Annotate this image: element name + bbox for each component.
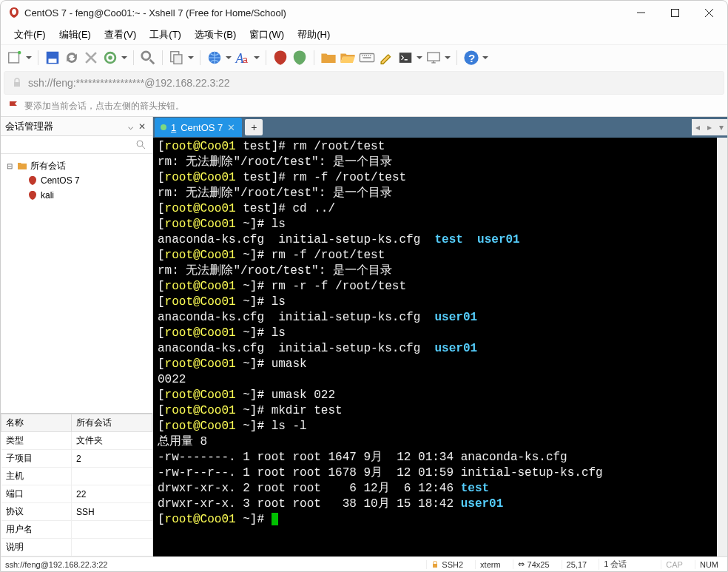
tool-bar: Aa ?	[1, 45, 727, 70]
help-icon[interactable]: ?	[463, 50, 479, 66]
tab-menu-icon[interactable]: ▾	[715, 119, 727, 135]
svg-rect-14	[428, 53, 440, 61]
properties-icon[interactable]	[102, 50, 118, 66]
tab-label: CentOS 7	[181, 122, 223, 133]
dropdown-icon[interactable]	[417, 56, 422, 60]
tree-root[interactable]: ⊟ 所有会话	[4, 158, 149, 173]
lock-icon	[12, 78, 22, 88]
window-title: CentOS 7 - feng@Coo01:~ - Xshell 7 (Free…	[24, 7, 624, 18]
tab-next-icon[interactable]: ▸	[704, 119, 715, 135]
address-bar[interactable]: ssh://feng:*****************@192.168.22.…	[4, 71, 724, 95]
props-key: 用户名	[1, 521, 72, 539]
svg-rect-19	[433, 564, 437, 568]
tab-close-icon[interactable]: ✕	[227, 122, 236, 133]
dropdown-icon[interactable]	[188, 56, 194, 60]
new-session-icon[interactable]	[7, 50, 23, 66]
highlight-icon[interactable]	[378, 50, 394, 66]
menu-tabs[interactable]: 选项卡(B)	[189, 25, 242, 44]
props-row: 类型文件夹	[1, 432, 152, 450]
collapse-icon[interactable]: ⊟	[7, 162, 14, 170]
tab-prev-icon[interactable]: ◂	[692, 119, 704, 135]
svg-rect-3	[49, 58, 57, 63]
status-ssh: SSH2	[426, 560, 468, 569]
whirl-red-icon[interactable]	[272, 50, 289, 66]
new-tab-button[interactable]: +	[245, 119, 263, 135]
status-term: xterm	[475, 560, 505, 569]
content-area: 1 CentOS 7 ✕ + ◂ ▸ ▾ [root@Coo01 test]# …	[153, 117, 727, 556]
folder-open-icon[interactable]	[340, 50, 356, 66]
props-row: 端口22	[1, 485, 152, 503]
terminal[interactable]: [root@Coo01 test]# rm /root/testrm: 无法删除…	[153, 138, 717, 556]
hint-bar: 要添加当前会话，点击左侧的箭头按钮。	[1, 95, 727, 116]
dropdown-icon[interactable]	[121, 56, 127, 60]
tab-centos[interactable]: 1 CentOS 7 ✕	[155, 118, 242, 137]
flag-icon	[8, 100, 20, 112]
minimize-button[interactable]	[624, 1, 658, 24]
globe-icon[interactable]	[206, 50, 223, 66]
session-icon	[27, 175, 38, 186]
copy-icon[interactable]	[169, 50, 185, 66]
dropdown-icon[interactable]	[254, 56, 260, 60]
tree-root-label: 所有会话	[30, 160, 66, 172]
props-value: 22	[72, 485, 152, 503]
dropdown-icon[interactable]	[445, 56, 451, 60]
disconnect-icon[interactable]	[83, 50, 99, 66]
session-icon	[27, 190, 38, 201]
svg-point-5	[108, 55, 112, 60]
whirl-green-icon[interactable]	[291, 50, 308, 66]
keyboard-icon[interactable]	[359, 50, 375, 66]
dropdown-icon[interactable]	[482, 56, 488, 60]
maximize-button[interactable]	[658, 1, 692, 24]
dropdown-icon[interactable]	[26, 56, 32, 60]
properties-table: 名称所有会话 类型文件夹子项目2主机端口22协议SSH用户名说明	[1, 413, 152, 556]
scrollbar[interactable]	[717, 138, 727, 556]
menu-file[interactable]: 文件(F)	[8, 25, 52, 44]
props-key: 说明	[1, 539, 72, 556]
tab-number: 1	[171, 122, 176, 133]
props-header-sess[interactable]: 所有会话	[72, 414, 152, 432]
menu-bar: 文件(F) 编辑(E) 查看(V) 工具(T) 选项卡(B) 窗口(W) 帮助(…	[1, 24, 727, 45]
find-icon[interactable]	[140, 50, 156, 66]
menu-tools[interactable]: 工具(T)	[144, 25, 187, 44]
font-icon[interactable]: Aa	[235, 50, 251, 66]
command-icon[interactable]	[397, 50, 414, 66]
main-area: 会话管理器 ⌵ ✕ ⊟ 所有会话 CentOS 7 kali	[1, 116, 727, 556]
app-icon	[8, 7, 20, 18]
panel-title: 会话管理器	[5, 120, 124, 133]
dropdown-icon[interactable]	[226, 56, 232, 60]
pin-icon[interactable]: ⌵	[124, 121, 136, 132]
status-num: NUM	[695, 560, 723, 569]
svg-rect-8	[174, 55, 182, 64]
panel-search[interactable]	[1, 136, 152, 154]
folder-icon[interactable]	[320, 50, 337, 66]
hint-text: 要添加当前会话，点击左侧的箭头按钮。	[24, 100, 184, 112]
lock-icon	[431, 561, 439, 568]
menu-help[interactable]: 帮助(H)	[291, 25, 336, 44]
panel-close-icon[interactable]: ✕	[136, 121, 148, 132]
address-text: ssh://feng:*****************@192.168.22.…	[28, 77, 230, 89]
props-key: 协议	[1, 503, 72, 521]
status-sess: 1 会话	[599, 559, 631, 570]
save-icon[interactable]	[44, 50, 61, 66]
props-value	[72, 539, 152, 556]
menu-view[interactable]: 查看(V)	[98, 25, 142, 44]
menu-edit[interactable]: 编辑(E)	[53, 25, 97, 44]
menu-window[interactable]: 窗口(W)	[243, 25, 290, 44]
reconnect-icon[interactable]	[64, 50, 80, 66]
svg-rect-13	[400, 53, 412, 63]
session-tree: ⊟ 所有会话 CentOS 7 kali	[1, 154, 152, 207]
monitor-icon[interactable]	[425, 50, 442, 66]
session-manager-panel: 会话管理器 ⌵ ✕ ⊟ 所有会话 CentOS 7 kali	[1, 117, 153, 556]
props-value	[72, 468, 152, 485]
tree-item-kali[interactable]: kali	[4, 188, 149, 203]
svg-point-18	[137, 141, 143, 147]
tree-item-centos[interactable]: CentOS 7	[4, 173, 149, 188]
status-pos: 25,17	[562, 560, 592, 569]
props-value	[72, 521, 152, 539]
props-row: 用户名	[1, 521, 152, 539]
props-value: SSH	[72, 503, 152, 521]
props-row: 说明	[1, 539, 152, 556]
close-button[interactable]	[692, 1, 726, 24]
window-controls	[624, 1, 726, 24]
props-header-name[interactable]: 名称	[1, 414, 72, 432]
